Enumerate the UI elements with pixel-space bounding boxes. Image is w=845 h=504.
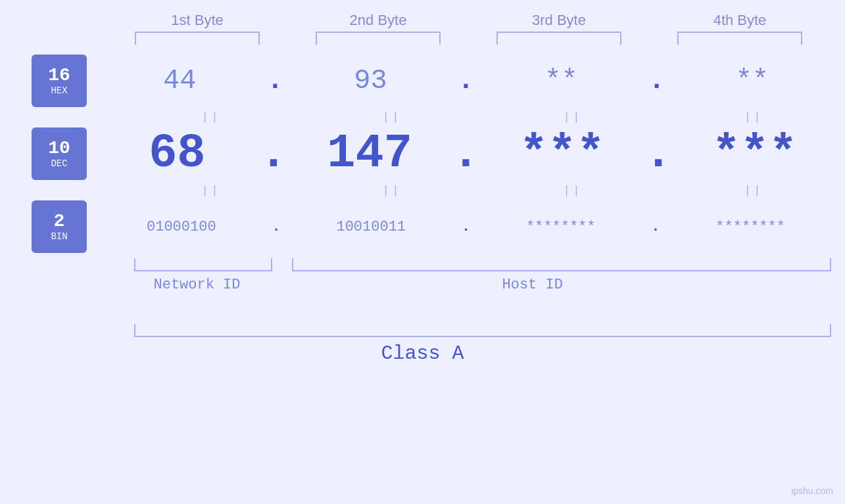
bin-dot3: . — [651, 219, 660, 235]
eq2-4: || — [681, 184, 826, 197]
host-bracket — [292, 258, 831, 271]
byte3-label: 3rd Byte — [487, 12, 631, 29]
hex-val3: ** — [489, 65, 634, 97]
class-bracket — [134, 324, 831, 337]
bin-badge: 2 BIN — [32, 200, 87, 253]
bin-val1: 01000100 — [109, 219, 254, 235]
hex-dot2: . — [458, 65, 474, 97]
hex-val1: 44 — [107, 65, 252, 97]
watermark: ipshu.com — [791, 486, 833, 496]
bin-badge-number: 2 — [54, 212, 65, 232]
host-id-label: Host ID — [502, 277, 563, 293]
bracket4 — [677, 32, 802, 45]
bracket1 — [135, 32, 260, 45]
bin-val3: ******** — [489, 219, 633, 235]
dec-val1-text: 68 — [149, 127, 205, 181]
byte1-label: 1st Byte — [125, 12, 270, 29]
dec-badge: 10 DEC — [32, 127, 87, 180]
dec-val3-text: *** — [519, 127, 605, 181]
hex-row: 16 HEX 44 . 93 . ** . ** — [0, 55, 845, 107]
eq2-1: || — [139, 184, 283, 197]
main-container: 1st Byte 2nd Byte 3rd Byte 4th Byte 16 H… — [0, 0, 845, 504]
byte-headers: 1st Byte 2nd Byte 3rd Byte 4th Byte — [107, 12, 831, 29]
equals-row1: || || || || — [121, 107, 844, 127]
bin-dot1: . — [272, 219, 280, 235]
dec-badge-number: 10 — [48, 139, 70, 159]
bin-val2: 10010011 — [299, 219, 443, 235]
hex-val2-text: 93 — [354, 65, 387, 97]
hex-val1-text: 44 — [163, 65, 196, 97]
eq1-1: || — [139, 110, 283, 124]
hex-badge-number: 16 — [48, 66, 70, 86]
byte4-label: 4th Byte — [667, 12, 812, 29]
dec-val2: 147 — [297, 127, 442, 181]
network-id-label: Network ID — [154, 277, 241, 293]
hex-badge-type: HEX — [51, 85, 67, 96]
dec-dot3: . — [644, 127, 673, 181]
bracket3 — [496, 32, 621, 45]
dec-dot1: . — [259, 127, 287, 181]
eq1-3: || — [500, 110, 645, 124]
eq1-2: || — [320, 110, 464, 124]
top-brackets — [107, 32, 831, 45]
dec-val3: *** — [490, 127, 635, 181]
bin-badge-type: BIN — [51, 231, 67, 242]
bracket2 — [316, 32, 441, 45]
eq1-4: || — [681, 110, 826, 124]
dec-val1: 68 — [105, 127, 249, 181]
hex-val2: 93 — [298, 65, 443, 97]
bin-values: 01000100 . 10010011 . ******** . *******… — [87, 219, 845, 235]
hex-val3-text: ** — [544, 65, 577, 97]
network-bracket — [134, 258, 272, 271]
dec-row: 10 DEC 68 . 147 . *** . *** — [0, 127, 845, 181]
hex-val4-text: ** — [735, 65, 768, 97]
hex-dot1: . — [267, 65, 283, 97]
dec-values: 68 . 147 . *** . *** — [87, 127, 845, 181]
byte2-label: 2nd Byte — [306, 12, 450, 29]
bin-val4-text: ******** — [715, 219, 785, 235]
eq2-2: || — [320, 184, 464, 197]
dec-val4: *** — [683, 127, 827, 181]
bin-val1-text: 01000100 — [147, 219, 216, 235]
class-label: Class A — [381, 342, 464, 365]
dec-badge-type: DEC — [51, 158, 67, 169]
bin-val4: ******** — [678, 219, 823, 235]
hex-badge: 16 HEX — [32, 55, 87, 107]
bin-val3-text: ******** — [526, 219, 596, 235]
bottom-brackets-section: Network ID Host ID — [134, 258, 831, 298]
hex-val4: ** — [680, 65, 825, 97]
hex-dot3: . — [648, 65, 665, 97]
hex-values: 44 . 93 . ** . ** — [87, 65, 845, 97]
equals-row2: || || || || — [121, 181, 844, 200]
bin-row: 2 BIN 01000100 . 10010011 . ******** . *… — [0, 200, 845, 253]
bin-dot2: . — [462, 219, 470, 235]
eq2-3: || — [500, 184, 645, 197]
dec-dot2: . — [452, 127, 480, 181]
bin-val2-text: 10010011 — [336, 219, 406, 235]
dec-val4-text: *** — [712, 127, 798, 181]
dec-val2-text: 147 — [327, 127, 412, 181]
